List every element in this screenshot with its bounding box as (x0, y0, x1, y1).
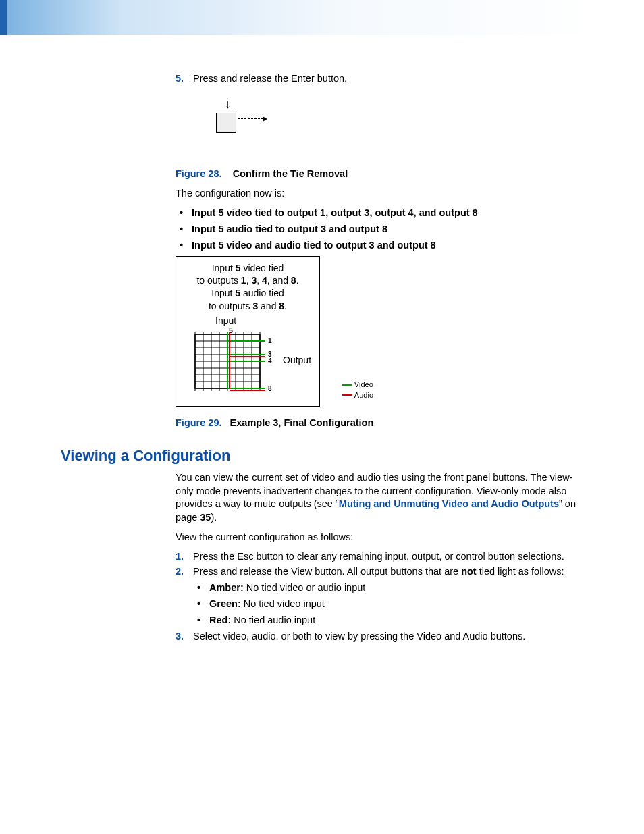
view-step-1-text: Press the Esc button to clear any remain… (193, 551, 564, 562)
config-diagram-text: Input 5 video tied to outputs 1, 3, 4, a… (180, 262, 315, 313)
figure-29-title: Example 3, Final Configuration (230, 417, 374, 428)
view-step-1-marker: 1. (176, 551, 184, 562)
input-label: Input (215, 315, 236, 326)
audio-swatch-icon (342, 394, 352, 396)
figure-29-caption: Figure 29. Example 3, Final Configuratio… (176, 417, 590, 428)
view-step-2-text: Press and release the View button. All o… (193, 566, 564, 577)
output-label: Output (283, 355, 311, 365)
button-diagram: ↓ (209, 101, 590, 141)
svg-text:8: 8 (268, 385, 272, 392)
legend-video: Video (354, 380, 373, 390)
tie-bullet-1: Input 5 video tied to output 1, output 3… (176, 207, 590, 218)
step-5-marker: 5. (176, 73, 184, 84)
view-step-1: 1. Press the Esc button to clear any rem… (176, 551, 590, 562)
tie-grid-icon: 1 3 4 8 (188, 332, 283, 399)
legend-audio: Audio (354, 390, 373, 400)
color-amber: Amber: No tied video or audio input (193, 582, 590, 593)
view-step-3: 3. Select video, audio, or both to view … (176, 631, 590, 642)
config-diagram: Input 5 video tied to outputs 1, 3, 4, a… (176, 256, 320, 407)
config-now-is: The configuration now is: (176, 187, 590, 201)
color-green: Green: No tied video input (193, 598, 590, 609)
svg-text:1: 1 (268, 337, 272, 344)
figure-28-number: Figure 28. (176, 168, 222, 179)
svg-text:4: 4 (268, 357, 272, 365)
header-bar (0, 0, 644, 35)
step-5-text: Press and release the Enter button. (193, 73, 347, 84)
dashed-arrow-icon (238, 118, 263, 120)
video-swatch-icon (342, 384, 352, 386)
enter-button-box (216, 113, 236, 133)
section-heading-viewing: Viewing a Configuration (61, 447, 590, 465)
link-muting-outputs[interactable]: Muting and Unmuting Video and Audio Outp… (339, 498, 559, 509)
tie-bullet-2: Input 5 audio tied to output 3 and outpu… (176, 224, 590, 234)
tie-bullet-3: Input 5 video and audio tied to output 3… (176, 240, 590, 251)
view-step-2: 2. Press and release the View button. Al… (176, 566, 590, 625)
legend: Video Audio (342, 380, 373, 400)
color-red: Red: No tied audio input (193, 615, 590, 625)
view-step-2-marker: 2. (176, 566, 184, 577)
figure-28-caption: Figure 28. Confirm the Tie Removal (176, 168, 590, 179)
view-step-3-text: Select video, audio, or both to view by … (193, 631, 525, 642)
page-content: 5. Press and release the Enter button. ↓… (0, 73, 644, 834)
view-step-3-marker: 3. (176, 631, 184, 642)
viewing-para-1: You can view the current set of video an… (176, 471, 590, 524)
down-arrow-icon: ↓ (225, 98, 231, 110)
figure-28-title: Confirm the Tie Removal (233, 168, 348, 179)
figure-29-number: Figure 29. (176, 417, 222, 428)
step-5: 5. Press and release the Enter button. (176, 73, 590, 84)
viewing-para-2: View the current configuration as follow… (176, 531, 590, 544)
